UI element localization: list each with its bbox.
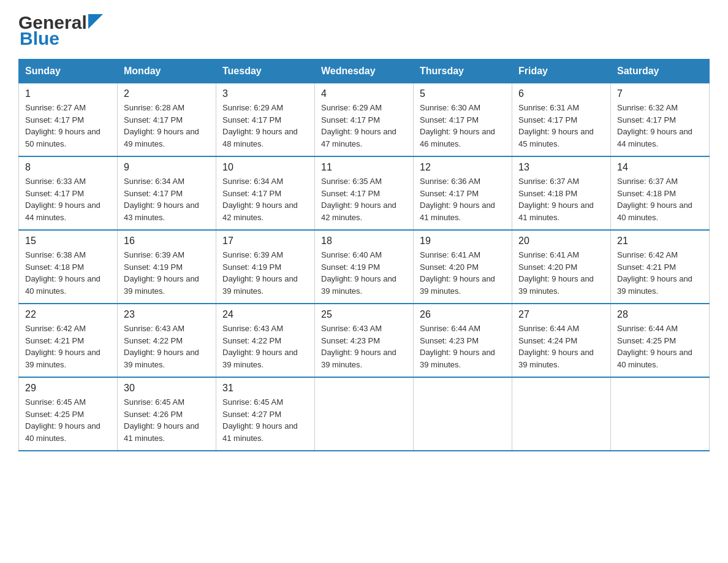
day-number: 31 [222,383,308,394]
calendar-header: SundayMondayTuesdayWednesdayThursdayFrid… [19,59,710,83]
day-info: Sunrise: 6:39 AM Sunset: 4:19 PM Dayligh… [124,249,210,297]
daylight-label: Daylight: 9 hours and 46 minutes. [420,127,495,148]
day-info: Sunrise: 6:40 AM Sunset: 4:19 PM Dayligh… [321,249,407,297]
sunset-label: Sunset: 4:17 PM [222,115,281,124]
calendar-cell: 11 Sunrise: 6:35 AM Sunset: 4:17 PM Dayl… [315,156,414,230]
calendar-cell: 17 Sunrise: 6:39 AM Sunset: 4:19 PM Dayl… [216,230,315,304]
sunset-label: Sunset: 4:17 PM [518,115,577,124]
calendar-cell [611,377,710,451]
calendar-table: SundayMondayTuesdayWednesdayThursdayFrid… [18,59,710,451]
day-number: 25 [321,309,407,320]
day-info: Sunrise: 6:42 AM Sunset: 4:21 PM Dayligh… [25,323,111,370]
sunset-label: Sunset: 4:20 PM [518,262,577,272]
day-number: 19 [420,236,506,247]
day-info: Sunrise: 6:30 AM Sunset: 4:17 PM Dayligh… [420,102,506,150]
sunrise-label: Sunrise: 6:41 AM [420,250,480,259]
day-number: 28 [617,309,703,320]
day-info: Sunrise: 6:38 AM Sunset: 4:18 PM Dayligh… [25,249,111,297]
svg-marker-0 [88,14,103,29]
calendar-cell: 16 Sunrise: 6:39 AM Sunset: 4:19 PM Dayl… [118,230,216,304]
day-number: 26 [420,309,506,320]
sunrise-label: Sunrise: 6:45 AM [222,397,283,407]
calendar-cell: 27 Sunrise: 6:44 AM Sunset: 4:24 PM Dayl… [512,304,611,377]
calendar-cell: 1 Sunrise: 6:27 AM Sunset: 4:17 PM Dayli… [19,83,118,157]
sunrise-label: Sunrise: 6:40 AM [321,250,382,259]
header-monday: Monday [118,59,216,83]
day-info: Sunrise: 6:34 AM Sunset: 4:17 PM Dayligh… [222,175,308,223]
calendar-cell: 3 Sunrise: 6:29 AM Sunset: 4:17 PM Dayli… [216,83,315,157]
daylight-label: Daylight: 9 hours and 41 minutes. [222,421,298,443]
daylight-label: Daylight: 9 hours and 50 minutes. [25,127,100,148]
daylight-label: Daylight: 9 hours and 39 minutes. [25,348,100,369]
sunset-label: Sunset: 4:20 PM [420,262,479,272]
sunset-label: Sunset: 4:17 PM [124,115,183,124]
calendar-cell: 13 Sunrise: 6:37 AM Sunset: 4:18 PM Dayl… [512,156,611,230]
day-number: 21 [617,236,703,247]
day-info: Sunrise: 6:37 AM Sunset: 4:18 PM Dayligh… [518,175,604,223]
day-number: 4 [321,88,407,99]
page-header: General Blue [18,12,710,49]
sunrise-label: Sunrise: 6:29 AM [321,103,382,112]
sunrise-label: Sunrise: 6:44 AM [518,324,579,333]
header-wednesday: Wednesday [315,59,414,83]
sunrise-label: Sunrise: 6:42 AM [617,250,678,259]
sunrise-label: Sunrise: 6:43 AM [222,324,283,333]
calendar-cell: 6 Sunrise: 6:31 AM Sunset: 4:17 PM Dayli… [512,83,611,157]
day-number: 9 [124,162,210,173]
day-info: Sunrise: 6:33 AM Sunset: 4:17 PM Dayligh… [25,175,111,223]
daylight-label: Daylight: 9 hours and 40 minutes. [617,201,692,222]
calendar-cell: 21 Sunrise: 6:42 AM Sunset: 4:21 PM Dayl… [611,230,710,304]
sunset-label: Sunset: 4:17 PM [321,115,380,124]
daylight-label: Daylight: 9 hours and 39 minutes. [124,274,199,296]
sunset-label: Sunset: 4:17 PM [25,189,84,198]
calendar-cell: 29 Sunrise: 6:45 AM Sunset: 4:25 PM Dayl… [19,377,118,451]
sunset-label: Sunset: 4:25 PM [617,336,676,345]
sunset-label: Sunset: 4:21 PM [617,262,676,272]
sunrise-label: Sunrise: 6:43 AM [124,324,184,333]
sunset-label: Sunset: 4:25 PM [25,410,84,419]
calendar-cell: 4 Sunrise: 6:29 AM Sunset: 4:17 PM Dayli… [315,83,414,157]
day-info: Sunrise: 6:31 AM Sunset: 4:17 PM Dayligh… [518,102,604,150]
header-saturday: Saturday [611,59,710,83]
day-info: Sunrise: 6:34 AM Sunset: 4:17 PM Dayligh… [124,175,210,223]
calendar-cell: 30 Sunrise: 6:45 AM Sunset: 4:26 PM Dayl… [118,377,216,451]
calendar-cell: 22 Sunrise: 6:42 AM Sunset: 4:21 PM Dayl… [19,304,118,377]
sunset-label: Sunset: 4:18 PM [617,189,676,198]
sunrise-label: Sunrise: 6:44 AM [420,324,480,333]
day-info: Sunrise: 6:41 AM Sunset: 4:20 PM Dayligh… [518,249,604,297]
sunrise-label: Sunrise: 6:31 AM [518,103,579,112]
daylight-label: Daylight: 9 hours and 39 minutes. [321,274,396,296]
header-thursday: Thursday [414,59,512,83]
day-number: 11 [321,162,407,173]
daylight-label: Daylight: 9 hours and 41 minutes. [420,201,495,222]
day-info: Sunrise: 6:29 AM Sunset: 4:17 PM Dayligh… [222,102,308,150]
calendar-cell [315,377,414,451]
day-number: 23 [124,309,210,320]
daylight-label: Daylight: 9 hours and 44 minutes. [25,201,100,222]
daylight-label: Daylight: 9 hours and 40 minutes. [25,421,100,443]
daylight-label: Daylight: 9 hours and 39 minutes. [420,274,495,296]
sunset-label: Sunset: 4:26 PM [124,410,183,419]
day-number: 7 [617,88,703,99]
day-info: Sunrise: 6:28 AM Sunset: 4:17 PM Dayligh… [124,102,210,150]
day-info: Sunrise: 6:43 AM Sunset: 4:22 PM Dayligh… [124,323,210,370]
calendar-cell: 20 Sunrise: 6:41 AM Sunset: 4:20 PM Dayl… [512,230,611,304]
day-number: 15 [25,236,111,247]
day-number: 6 [518,88,604,99]
week-row-2: 8 Sunrise: 6:33 AM Sunset: 4:17 PM Dayli… [19,156,710,230]
week-row-4: 22 Sunrise: 6:42 AM Sunset: 4:21 PM Dayl… [19,304,710,377]
sunrise-label: Sunrise: 6:43 AM [321,324,382,333]
sunrise-label: Sunrise: 6:37 AM [518,177,579,186]
day-number: 16 [124,236,210,247]
sunset-label: Sunset: 4:21 PM [25,336,84,345]
day-number: 27 [518,309,604,320]
sunset-label: Sunset: 4:18 PM [518,189,577,198]
day-info: Sunrise: 6:27 AM Sunset: 4:17 PM Dayligh… [25,102,111,150]
daylight-label: Daylight: 9 hours and 47 minutes. [321,127,396,148]
calendar-cell: 7 Sunrise: 6:32 AM Sunset: 4:17 PM Dayli… [611,83,710,157]
daylight-label: Daylight: 9 hours and 41 minutes. [518,201,594,222]
logo-blue: Blue [20,28,59,49]
sunrise-label: Sunrise: 6:45 AM [25,397,86,407]
day-number: 8 [25,162,111,173]
day-number: 1 [25,88,111,99]
